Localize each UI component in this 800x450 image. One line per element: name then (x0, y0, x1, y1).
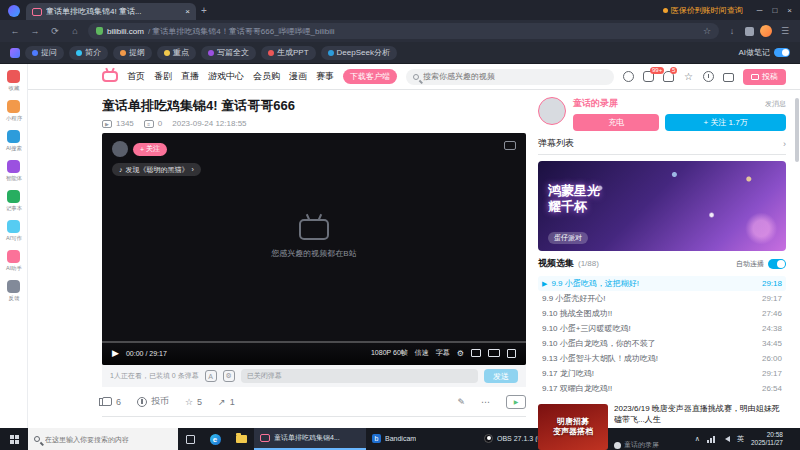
episode-item[interactable]: 9.10 小蛋+三闪暖暖吃鸡!24:38 (538, 321, 786, 336)
ai-button-ask[interactable]: 提问 (25, 46, 64, 60)
taskbar-search[interactable] (28, 428, 178, 450)
autoplay-toggle[interactable] (768, 259, 786, 269)
episode-item[interactable]: 9.10 小蛋白龙吃鸡，你的不装了34:45 (538, 336, 786, 351)
progress-bar[interactable] (102, 341, 526, 343)
task-view-button[interactable] (178, 428, 202, 450)
episode-item[interactable]: 9.17 双曜白龙吃鸡!!26:54 (538, 381, 786, 396)
sidebar-item-ai-search[interactable]: AI搜索 (5, 130, 23, 153)
message-icon[interactable]: 99+ (643, 71, 654, 82)
more-button[interactable]: ⋯ (481, 397, 490, 407)
sidebar-item-miniapps[interactable]: 小程序 (5, 100, 23, 123)
nav-home[interactable]: 首页 (127, 70, 145, 83)
pinned-explorer[interactable] (228, 428, 254, 450)
ai-button-highlights[interactable]: 重点 (157, 46, 196, 60)
url-field[interactable]: bilibili.com / 童话单排吃鸡集锦4！童话哥哥666_哔哩哔哩_bi… (88, 23, 719, 39)
ai-button-ppt[interactable]: 生成PPT (261, 46, 316, 60)
danmaku-input[interactable] (241, 369, 478, 383)
back-icon[interactable]: ← (8, 26, 22, 36)
nav-anime[interactable]: 番剧 (154, 70, 172, 83)
new-tab-button[interactable]: + (196, 2, 212, 18)
episode-item[interactable]: 9.17 龙门吃鸡!29:17 (538, 366, 786, 381)
browser-logo-icon[interactable] (8, 5, 20, 17)
tab-close-icon[interactable]: × (185, 7, 190, 16)
ai-button-deepseek[interactable]: DeepSeek分析 (321, 46, 397, 60)
player-settings-icon[interactable]: ⚙ (457, 349, 464, 358)
video-player[interactable]: +关注 ♪ 发现《聪明的黑猫》 › 您感兴趣的视频都在B站 (102, 133, 526, 365)
sidebar-item-feedback[interactable]: 反馈 (7, 280, 20, 303)
ai-notes-toggle[interactable]: AI做笔记 (738, 47, 790, 58)
home-icon[interactable]: ⌂ (68, 26, 82, 36)
start-button[interactable] (0, 428, 28, 450)
widescreen-icon[interactable] (488, 349, 500, 357)
speed-selector[interactable]: 倍速 (415, 348, 429, 358)
episode-item[interactable]: 9.10 挑战全图成功!!27:46 (538, 306, 786, 321)
download-client-button[interactable]: 下载客户端 (343, 69, 397, 84)
sidebar-item-ai-assistant[interactable]: AI助手 (5, 250, 23, 273)
sidebar-item-notes[interactable]: 记事本 (5, 190, 23, 213)
dynamic-icon[interactable]: 5 (663, 71, 674, 82)
nav-shop[interactable]: 会员购 (253, 70, 280, 83)
reload-icon[interactable]: ⟳ (48, 26, 62, 36)
favorite-button[interactable]: ☆5 (185, 397, 202, 407)
danmaku-settings-icon[interactable]: ⚙ (223, 370, 235, 382)
pip-icon[interactable] (471, 349, 481, 357)
bili-search-box[interactable] (406, 69, 614, 85)
taskbar-search-input[interactable] (45, 436, 172, 443)
uploader-avatar-small[interactable] (112, 141, 128, 157)
history-icon[interactable] (703, 71, 714, 82)
maximize-icon[interactable]: □ (772, 6, 777, 15)
minimize-icon[interactable]: ─ (757, 6, 763, 15)
sidebar-item-favorites[interactable]: 收藏 (7, 70, 20, 93)
send-message-link[interactable]: 发消息 (765, 99, 786, 109)
upload-button[interactable]: 投稿 (743, 69, 786, 85)
episode-item[interactable]: 9.9 小蛋壳好开心!29:17 (538, 291, 786, 306)
favorites-star-icon[interactable]: ☆ (683, 71, 694, 82)
ai-button-outline[interactable]: 提纲 (113, 46, 152, 60)
danmaku-list-header[interactable]: 弹幕列表 › (538, 137, 786, 155)
nav-manga[interactable]: 漫画 (289, 70, 307, 83)
play-button-icon[interactable]: ▶ (112, 348, 119, 358)
sidebar-item-agent[interactable]: 智能体 (5, 160, 23, 183)
coin-button[interactable]: 投币 (137, 395, 169, 408)
note-button[interactable]: ✎ (457, 397, 465, 407)
forward-icon[interactable]: → (28, 26, 42, 36)
browser-menu-icon[interactable]: ☰ (778, 26, 792, 36)
mini-player-button[interactable]: ▶ (506, 395, 526, 409)
creator-center-icon[interactable] (723, 73, 734, 82)
ai-button-summary[interactable]: 简介 (69, 46, 108, 60)
pinned-edge[interactable]: e (202, 428, 228, 450)
episode-item[interactable]: ▶9.9 小蛋吃鸡，这把糊好!29:18 (538, 276, 786, 291)
downloads-icon[interactable]: ↓ (725, 26, 739, 36)
browser-tab[interactable]: 童话单排吃鸡集锦4! 童话... × (26, 3, 196, 20)
charge-button[interactable]: 充电 (573, 114, 659, 131)
uploader-name[interactable]: 童话的录屏 (573, 97, 618, 110)
page-scrollbar[interactable] (795, 98, 799, 162)
close-icon[interactable]: × (787, 6, 792, 15)
news-ticker[interactable]: 医保价到账时间查询 (663, 5, 743, 16)
danmaku-style-icon[interactable]: A (205, 370, 217, 382)
ai-notes-switch[interactable] (774, 48, 790, 57)
player-music-tag[interactable]: ♪ 发现《聪明的黑猫》 › (112, 163, 201, 176)
bookmark-star-icon[interactable]: ☆ (703, 26, 711, 36)
sidebar-item-ai-writing[interactable]: AI写作 (5, 220, 23, 243)
share-button[interactable]: ↗1 (218, 397, 235, 407)
nav-game-center[interactable]: 游戏中心 (208, 70, 244, 83)
taskbar-window-bilibili[interactable]: 童话单排吃鸡集锦4... (254, 428, 366, 450)
bilibili-logo-icon[interactable] (102, 71, 118, 82)
extensions-icon[interactable] (745, 27, 754, 36)
nav-live[interactable]: 直播 (181, 70, 199, 83)
promo-banner[interactable]: 鸿蒙星光 耀千杯 蛋仔派对 (538, 161, 786, 251)
fullscreen-icon[interactable] (507, 349, 516, 358)
nav-esports[interactable]: 赛事 (316, 70, 334, 83)
browser-profile-avatar[interactable] (760, 25, 772, 37)
subtitle-button[interactable]: 字幕 (436, 348, 450, 358)
quality-selector[interactable]: 1080P 60帧 (371, 348, 408, 358)
taskbar-window-bandicam[interactable]: bBandicam (366, 428, 478, 450)
related-promo-card[interactable]: 明唐招募 变声器搭档 2023/6/19 晚唐变声器直播挑战赛，明由姐妹死磕带飞… (538, 404, 786, 450)
cast-icon[interactable] (504, 141, 516, 150)
ai-button-fulltext[interactable]: 写篇全文 (201, 46, 256, 60)
player-follow-button[interactable]: +关注 (133, 143, 167, 156)
danmaku-send-button[interactable]: 发送 (484, 369, 518, 383)
like-button[interactable]: 6 (102, 397, 121, 407)
search-input[interactable] (423, 72, 607, 81)
